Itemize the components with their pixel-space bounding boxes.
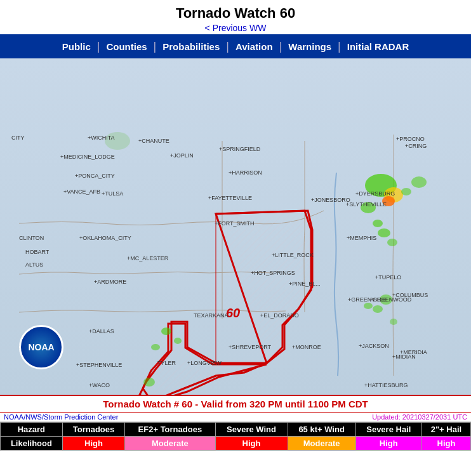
nav-item-probabilities[interactable]: Probabilities bbox=[156, 41, 226, 52]
svg-point-11 bbox=[401, 188, 411, 195]
svg-point-7 bbox=[373, 220, 383, 227]
city-label: +CRING bbox=[405, 143, 427, 149]
page-title: Tornado Watch 60 bbox=[0, 5, 471, 22]
nav-item-warnings[interactable]: Warnings bbox=[282, 41, 338, 52]
svg-point-13 bbox=[161, 327, 171, 335]
svg-point-16 bbox=[143, 378, 155, 387]
likelihood-value-2: High bbox=[215, 437, 288, 451]
hazard-header-tornadoes: Tornadoes bbox=[62, 423, 124, 437]
city-label: +FAYETTEVILLE bbox=[208, 195, 252, 201]
likelihood-value-0: High bbox=[62, 437, 124, 451]
city-label: +DALLAS bbox=[89, 328, 114, 334]
likelihood-label: Likelihood bbox=[1, 437, 63, 451]
city-label: +STEPHENVILLE bbox=[76, 362, 122, 368]
city-label: +CHANUTE bbox=[138, 138, 169, 144]
city-label: +MEDICINE_LODGE bbox=[60, 154, 115, 160]
map-container: 60 +WICHITA+CHANUTE+MEDICINE_LODGE+JOPLI… bbox=[0, 58, 471, 395]
city-label: +HATTIESBURG bbox=[364, 382, 408, 388]
nav-item-aviation[interactable]: Aviation bbox=[229, 41, 279, 52]
likelihood-value-4: High bbox=[355, 437, 421, 451]
city-label: +ARDMORE bbox=[94, 279, 126, 285]
city-label: +DYERSBURG bbox=[355, 190, 395, 197]
city-label: ALTUS bbox=[25, 261, 43, 268]
city-label: +EL_DORADO bbox=[260, 312, 299, 319]
svg-point-10 bbox=[411, 176, 427, 188]
likelihood-value-5: High bbox=[421, 437, 470, 451]
city-label: CITY bbox=[11, 135, 25, 141]
city-label: +TULSA bbox=[102, 190, 123, 197]
hazard-header-severe-hail: Severe Hail bbox=[355, 423, 421, 437]
city-label: TEXARKANA bbox=[194, 312, 229, 319]
likelihood-value-3: Moderate bbox=[288, 437, 355, 451]
likelihood-value-1: Moderate bbox=[125, 437, 215, 451]
city-label: +JACKSON bbox=[359, 343, 389, 349]
nav-item-counties[interactable]: Counties bbox=[100, 41, 153, 52]
city-label: +JOPLIN bbox=[170, 152, 194, 159]
hazard-header-65-kt-wind: 65 kt+ Wind bbox=[288, 423, 355, 437]
source-text: NOAA/NWS/Storm Prediction Center bbox=[4, 413, 118, 421]
svg-point-14 bbox=[174, 338, 182, 344]
hazard-header-severe-wind: Severe Wind bbox=[215, 423, 288, 437]
source-updated-bar: NOAA/NWS/Storm Prediction Center Updated… bbox=[0, 413, 471, 422]
nav-item-initial-radar[interactable]: Initial RADAR bbox=[341, 41, 416, 52]
title-area: Tornado Watch 60 < Previous WW bbox=[0, 0, 471, 34]
city-label: +PROCNO bbox=[396, 136, 425, 142]
nav-item-public[interactable]: Public bbox=[56, 41, 97, 52]
city-label: +WICHITA bbox=[88, 135, 115, 141]
city-label: HOBART bbox=[25, 249, 49, 255]
svg-point-20 bbox=[364, 303, 373, 309]
svg-marker-1 bbox=[140, 211, 311, 395]
city-label: +LITTLE_ROCK bbox=[272, 252, 314, 258]
city-label: +VANCE_AFB bbox=[63, 188, 100, 195]
svg-point-18 bbox=[373, 305, 383, 313]
city-label: +MEMPHIS bbox=[347, 235, 376, 241]
noaa-text: NOAA bbox=[28, 342, 54, 352]
hazard-header-ef2-tornadoes: EF2+ Tornadoes bbox=[125, 423, 215, 437]
city-label: +HOT_SPRINGS bbox=[251, 270, 295, 276]
hazard-header-row: HazardTornadoesEF2+ TornadoesSevere Wind… bbox=[1, 423, 471, 437]
city-label: +SPRINGFIELD bbox=[219, 146, 260, 152]
updated-text: Updated: 20210327/2031 UTC bbox=[372, 413, 467, 421]
hazard-header-2-hail: 2"+ Hail bbox=[421, 423, 470, 437]
city-label: +TUPELO bbox=[375, 274, 401, 281]
city-label: +WACO bbox=[89, 382, 110, 388]
city-label: +PONCA_CITY bbox=[75, 173, 115, 179]
svg-point-19 bbox=[390, 319, 397, 325]
valid-bar: Tornado Watch # 60 - Valid from 320 PM u… bbox=[0, 395, 471, 413]
hazard-table: HazardTornadoesEF2+ TornadoesSevere Wind… bbox=[0, 422, 471, 451]
prev-ww-link[interactable]: < Previous WW bbox=[0, 23, 471, 33]
svg-point-8 bbox=[378, 228, 390, 237]
hazard-header-hazard: Hazard bbox=[1, 423, 63, 437]
city-label: CLINTON bbox=[19, 235, 44, 241]
valid-text: Tornado Watch # 60 - Valid from 320 PM u… bbox=[103, 399, 368, 409]
svg-point-9 bbox=[387, 239, 397, 246]
city-label: +MC_ALESTER bbox=[127, 255, 168, 261]
city-label: +LONGVIEW bbox=[187, 360, 222, 366]
city-label: TYLER bbox=[157, 360, 176, 366]
city-label: +JONESBORO bbox=[311, 197, 350, 203]
noaa-logo: NOAA bbox=[19, 325, 63, 369]
city-label: +OKLAHOMA_CITY bbox=[79, 235, 131, 241]
city-label: +PINE_BL... bbox=[289, 281, 321, 287]
city-label: +MIDIAN bbox=[392, 354, 416, 360]
svg-point-15 bbox=[151, 344, 160, 350]
city-label: +MONROE bbox=[292, 344, 321, 350]
city-label: +FORT_SMITH bbox=[215, 220, 255, 227]
navigation-bar: Public|Counties|Probabilities|Aviation|W… bbox=[0, 34, 471, 58]
city-label: +SLYTHEVILLE bbox=[346, 201, 387, 208]
likelihood-row: LikelihoodHighModerateHighModerateHighHi… bbox=[1, 437, 471, 451]
city-label: +HARRISON bbox=[229, 169, 262, 176]
city-label: +GREENWOOD bbox=[369, 296, 411, 303]
city-label: +SHREVEPORT bbox=[229, 344, 271, 350]
